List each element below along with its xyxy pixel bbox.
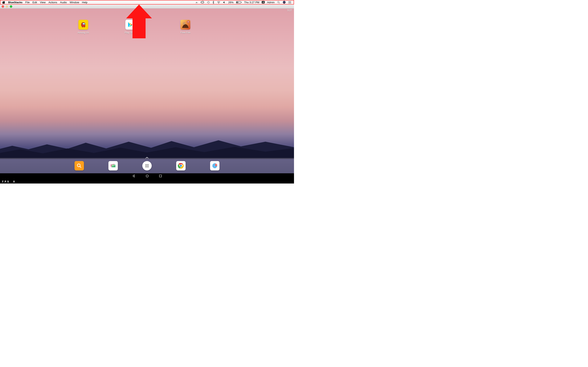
menu-user[interactable]: Admin — [267, 1, 275, 4]
nav-recents-icon[interactable] — [159, 174, 162, 178]
creative-cloud-icon[interactable] — [201, 1, 204, 4]
nav-back-icon[interactable] — [132, 174, 136, 178]
app-free-fire[interactable]: Free Fire — [177, 20, 194, 34]
app-among-us[interactable]: Among Us — [75, 20, 91, 34]
app-label: Among Us — [78, 31, 89, 34]
wifi-icon[interactable] — [217, 1, 221, 4]
svg-point-23 — [148, 164, 149, 165]
menu-file[interactable]: File — [25, 1, 30, 4]
siri-icon[interactable] — [283, 1, 286, 4]
apple-icon[interactable] — [2, 1, 5, 4]
svg-point-26 — [148, 165, 149, 166]
android-dock — [0, 158, 294, 173]
menu-clock[interactable]: Thu 3:27 PM — [244, 1, 259, 4]
time-machine-icon[interactable] — [207, 1, 210, 4]
svg-point-35 — [146, 175, 148, 177]
notification-center-icon[interactable] — [288, 1, 292, 4]
screen-root: BlueStacks File Edit View Actions Audio … — [0, 0, 294, 184]
traffic-lights — [2, 5, 12, 8]
fullscreen-button[interactable] — [10, 5, 12, 8]
battery-icon[interactable] — [236, 1, 242, 4]
svg-point-24 — [145, 165, 146, 166]
svg-point-9 — [288, 2, 289, 2]
svg-point-10 — [288, 3, 289, 3]
menu-edit[interactable]: Edit — [33, 1, 37, 4]
nav-home-icon[interactable] — [145, 174, 149, 178]
svg-point-25 — [147, 165, 147, 166]
menu-app-name[interactable]: BlueStacks — [8, 1, 22, 4]
svg-rect-36 — [159, 175, 162, 177]
svg-point-32 — [180, 165, 182, 167]
svg-point-6 — [278, 1, 279, 3]
svg-point-13 — [83, 23, 84, 24]
menu-view[interactable]: View — [40, 1, 45, 4]
bottom-bar — [0, 178, 294, 184]
menu-window[interactable]: Window — [70, 1, 79, 4]
dock-map[interactable] — [210, 161, 219, 170]
svg-point-15 — [183, 22, 185, 25]
spotlight-icon[interactable] — [277, 1, 280, 4]
close-button[interactable] — [2, 5, 4, 8]
dock-chrome[interactable] — [176, 161, 186, 170]
svg-point-12 — [82, 23, 85, 25]
svg-point-8 — [288, 1, 289, 2]
svg-point-22 — [147, 164, 147, 165]
volume-icon[interactable] — [223, 1, 226, 4]
svg-rect-11 — [81, 24, 82, 26]
dock-app-drawer[interactable] — [142, 161, 152, 170]
svg-point-20 — [112, 165, 113, 166]
svg-point-2 — [218, 3, 219, 3]
menu-audio[interactable]: Audio — [60, 1, 67, 4]
dock-search[interactable] — [75, 161, 84, 170]
svg-text:H: H — [196, 3, 197, 4]
macos-menubar: BlueStacks File Edit View Actions Audio … — [0, 0, 294, 4]
svg-point-17 — [77, 164, 80, 167]
svg-point-29 — [148, 166, 149, 167]
minimize-button[interactable] — [6, 5, 8, 8]
menu-actions[interactable]: Actions — [48, 1, 57, 4]
keyboard-input-icon[interactable]: A — [262, 1, 265, 3]
dock-gallery[interactable] — [108, 161, 118, 170]
fps-counter: FPS0 — [2, 180, 15, 183]
svg-point-34 — [216, 164, 217, 165]
android-navbar — [0, 173, 294, 178]
svg-rect-5 — [236, 2, 238, 3]
battery-percent[interactable]: 26% — [228, 1, 233, 4]
android-status-time: 3:27 — [287, 9, 292, 12]
svg-point-21 — [145, 164, 146, 165]
app-label: Free Fire — [181, 31, 190, 34]
svg-point-28 — [147, 166, 147, 167]
menu-help[interactable]: Help — [82, 1, 87, 4]
svg-point-27 — [145, 166, 146, 167]
svg-rect-4 — [241, 2, 241, 3]
bluetooth-icon[interactable] — [212, 1, 214, 4]
annotation-arrow — [126, 4, 152, 38]
airdrop-icon[interactable]: H — [195, 1, 198, 4]
